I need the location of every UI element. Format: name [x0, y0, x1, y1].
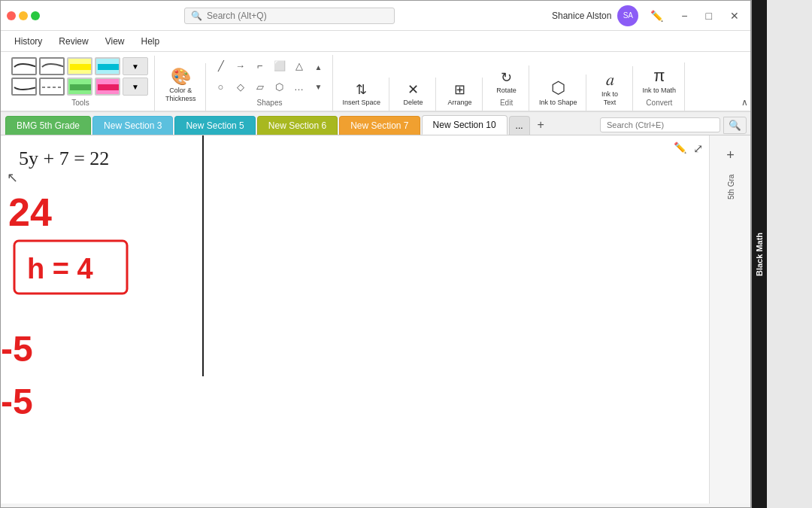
sidebar-right: + 5th Gra [709, 135, 751, 503]
svg-text:h = 4: h = 4 [27, 253, 93, 284]
arrange-button[interactable]: ⊞ Arrange [444, 79, 476, 109]
pen-swatch-expand[interactable]: ▼ [123, 57, 148, 75]
ink-to-text-button[interactable]: 𝑎 Ink toText [593, 68, 626, 109]
ink-text-icon: 𝑎 [606, 70, 614, 90]
shapes-expand-down[interactable]: ▼ [310, 78, 328, 96]
shape-triangle[interactable]: △ [290, 56, 308, 75]
shapes-label: Shapes [257, 99, 283, 109]
color-thickness-button[interactable]: 🎨 Color & Thickness [161, 65, 201, 105]
rotate-button[interactable]: ↻ Rotate [492, 67, 520, 97]
rotate-icon: ↻ [501, 69, 512, 86]
ink-to-shape-button[interactable]: ⬡ Ink to Shape [535, 76, 581, 109]
sidebar-section-button[interactable]: 5th Gra [717, 173, 744, 200]
pen-swatch-3[interactable] [11, 78, 37, 96]
delete-label: Delete [404, 99, 423, 107]
tab-sec7[interactable]: New Section 7 [339, 116, 420, 135]
shape-l[interactable]: ⌐ [251, 56, 269, 75]
pen-swatch-cyan[interactable] [95, 57, 120, 75]
search-bar[interactable]: 🔍 [184, 8, 395, 24]
shape-circle[interactable]: ○ [212, 78, 230, 96]
ribbon-group-insert: ⇅ Insert Space [335, 78, 390, 111]
menu-view[interactable]: View [98, 33, 132, 50]
shape-hex[interactable]: ⬡ [271, 78, 289, 96]
sidebar-add-button[interactable]: + [717, 141, 744, 169]
pen-swatch-pink[interactable] [95, 78, 120, 96]
main-area: ↖ 5y + 7 = 22 ✏️ ⤢ 24 h = 4 -5 -5 [1, 135, 751, 503]
handwriting-svg: 24 h = 4 -5 -5 [1, 135, 709, 503]
convert-group-label: Convert [646, 99, 672, 109]
shape-rect[interactable]: ⬜ [271, 56, 289, 75]
tools-label: Tools [71, 99, 89, 109]
ink-math-icon: π [653, 66, 665, 86]
svg-text:-5: -5 [1, 382, 33, 421]
shape-more[interactable]: … [290, 78, 308, 96]
ink-shape-icon: ⬡ [551, 78, 565, 98]
maximize-button[interactable]: □ [700, 7, 718, 25]
shapes-expand-up[interactable]: ▲ [310, 58, 328, 76]
pen-swatch-1[interactable] [11, 57, 37, 75]
ink-to-math-button[interactable]: π Ink to Math [639, 64, 680, 97]
ink-text-label: Ink toText [601, 90, 618, 107]
ribbon-expand-button[interactable]: ∧ [741, 97, 748, 108]
tab-sec5[interactable]: New Section 5 [174, 116, 255, 135]
tab-sec3[interactable]: New Section 3 [92, 116, 173, 135]
shape-parallelogram[interactable]: ▱ [251, 78, 269, 96]
rotate-label: Rotate [496, 87, 517, 95]
ribbon-group-shapes: ╱ → ⌐ ⬜ △ ○ ◇ ▱ ⬡ … ▲ ▼ [208, 55, 333, 111]
insert-space-button[interactable]: ⇅ Insert Space [339, 79, 385, 109]
palette-icon: 🎨 [171, 67, 191, 87]
shape-diamond[interactable]: ◇ [232, 78, 250, 96]
title-bar-right: Shanice Alston SA ✏️ − □ ✕ [552, 5, 745, 26]
svg-text:24: 24 [8, 190, 52, 234]
insert-space-label: Insert Space [343, 99, 381, 107]
right-panel-label: Black Math [752, 0, 767, 508]
menu-bar: History Review View Help [1, 31, 751, 52]
close-button[interactable]: ✕ [724, 7, 745, 25]
tab-add-button[interactable]: + [532, 115, 550, 135]
ink-shape-label: Ink to Shape [539, 99, 577, 107]
tab-sec10[interactable]: New Section 10 [422, 115, 508, 135]
shape-line[interactable]: ╱ [212, 56, 230, 75]
right-panel: Black Math [750, 0, 812, 508]
color-thickness-label: Color & Thickness [165, 87, 196, 103]
avatar: SA [617, 5, 638, 26]
pen-swatch-expand2[interactable]: ▼ [123, 78, 148, 96]
delete-button[interactable]: ✕ Delete [400, 79, 427, 109]
tab-bmg[interactable]: BMG 5th Grade [5, 116, 91, 135]
search-icon: 🔍 [191, 11, 202, 21]
minimize-button[interactable]: − [675, 7, 693, 25]
pen-swatch-2[interactable] [39, 57, 65, 75]
ink-math-label: Ink to Math [643, 87, 677, 95]
tab-more-button[interactable]: ... [509, 116, 530, 135]
app-window: 🔍 Shanice Alston SA ✏️ − □ ✕ History Rev… [0, 0, 752, 508]
menu-history[interactable]: History [7, 33, 50, 50]
search-input[interactable] [207, 11, 372, 21]
tabs-search: 🔍 [600, 117, 747, 134]
arrange-icon: ⊞ [454, 81, 465, 98]
ribbon-group-arrange: ⊞ Arrange [438, 78, 483, 111]
arrange-label: Arrange [448, 99, 472, 107]
insert-space-icon: ⇅ [356, 81, 367, 98]
ribbon-group-ink-text: 𝑎 Ink toText [588, 66, 633, 111]
menu-review[interactable]: Review [51, 33, 95, 50]
title-bar: 🔍 Shanice Alston SA ✏️ − □ ✕ [1, 1, 751, 31]
edit-icon-btn[interactable]: ✏️ [644, 7, 669, 25]
pen-swatch-green[interactable] [67, 78, 92, 96]
tabs-bar: BMG 5th Grade New Section 3 New Section … [1, 112, 751, 135]
ribbon-group-delete: ✕ Delete [391, 78, 436, 111]
tab-sec6[interactable]: New Section 6 [257, 116, 338, 135]
pen-swatch-yellow[interactable] [67, 57, 92, 75]
ribbon-group-ink-shape: ⬡ Ink to Shape [531, 75, 586, 111]
pen-swatch-4[interactable] [39, 78, 65, 96]
delete-icon: ✕ [408, 81, 419, 98]
ribbon: ▼ ▼ Tools [1, 52, 751, 112]
tab-search-input[interactable] [600, 117, 720, 132]
tab-search-icon-btn[interactable]: 🔍 [723, 117, 747, 134]
ribbon-group-rotate: ↻ Rotate Edit [484, 65, 529, 111]
shape-arrow[interactable]: → [232, 56, 250, 75]
canvas-area[interactable]: ↖ 5y + 7 = 22 ✏️ ⤢ 24 h = 4 -5 -5 [1, 135, 709, 503]
menu-help[interactable]: Help [134, 33, 168, 50]
edit-group-label: Edit [500, 99, 513, 109]
user-name: Shanice Alston [552, 11, 611, 21]
ribbon-group-tools: ▼ ▼ Tools [7, 56, 155, 111]
